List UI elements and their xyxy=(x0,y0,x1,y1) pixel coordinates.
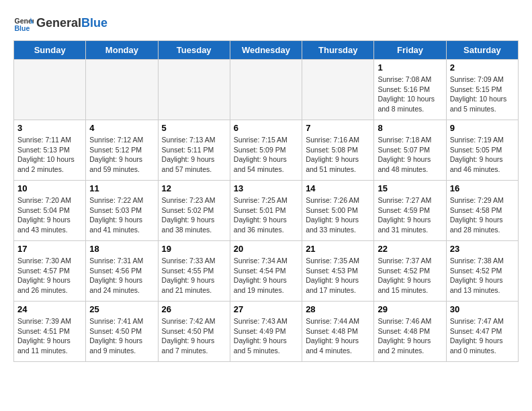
day-number: 4 xyxy=(89,123,154,133)
day-info: Sunrise: 7:13 AM Sunset: 5:11 PM Dayligh… xyxy=(162,135,226,175)
week-row-5: 24Sunrise: 7:39 AM Sunset: 4:51 PM Dayli… xyxy=(14,302,519,362)
day-info: Sunrise: 7:11 AM Sunset: 5:13 PM Dayligh… xyxy=(17,135,82,175)
calendar-cell xyxy=(86,60,158,120)
day-info: Sunrise: 7:08 AM Sunset: 5:16 PM Dayligh… xyxy=(378,75,442,114)
day-info: Sunrise: 7:27 AM Sunset: 4:59 PM Dayligh… xyxy=(378,195,442,235)
day-number: 15 xyxy=(378,183,442,193)
day-number: 13 xyxy=(234,183,298,193)
day-info: Sunrise: 7:43 AM Sunset: 4:49 PM Dayligh… xyxy=(234,316,298,356)
calendar-cell: 7Sunrise: 7:16 AM Sunset: 5:08 PM Daylig… xyxy=(302,120,374,181)
week-row-2: 3Sunrise: 7:11 AM Sunset: 5:13 PM Daylig… xyxy=(14,120,519,181)
day-info: Sunrise: 7:35 AM Sunset: 4:53 PM Dayligh… xyxy=(306,256,370,295)
day-number: 9 xyxy=(450,123,515,133)
day-number: 27 xyxy=(234,304,298,314)
day-info: Sunrise: 7:34 AM Sunset: 4:54 PM Dayligh… xyxy=(234,256,298,295)
calendar-cell: 9Sunrise: 7:19 AM Sunset: 5:05 PM Daylig… xyxy=(446,120,518,181)
logo-icon: General Blue xyxy=(13,13,34,34)
day-number: 10 xyxy=(17,183,82,193)
logo: General Blue GeneralBlue xyxy=(13,13,107,34)
day-info: Sunrise: 7:19 AM Sunset: 5:05 PM Dayligh… xyxy=(450,135,515,175)
day-info: Sunrise: 7:09 AM Sunset: 5:15 PM Dayligh… xyxy=(450,75,515,114)
calendar-cell: 20Sunrise: 7:34 AM Sunset: 4:54 PM Dayli… xyxy=(230,241,302,302)
calendar-cell: 22Sunrise: 7:37 AM Sunset: 4:52 PM Dayli… xyxy=(374,241,446,302)
calendar-cell: 28Sunrise: 7:44 AM Sunset: 4:48 PM Dayli… xyxy=(302,302,374,362)
day-info: Sunrise: 7:23 AM Sunset: 5:02 PM Dayligh… xyxy=(162,195,226,235)
calendar-cell: 11Sunrise: 7:22 AM Sunset: 5:03 PM Dayli… xyxy=(86,181,158,241)
calendar-cell: 8Sunrise: 7:18 AM Sunset: 5:07 PM Daylig… xyxy=(374,120,446,181)
calendar-cell xyxy=(14,60,86,120)
week-row-1: 1Sunrise: 7:08 AM Sunset: 5:16 PM Daylig… xyxy=(14,60,519,120)
svg-text:Blue: Blue xyxy=(15,24,30,32)
header: General Blue GeneralBlue xyxy=(13,13,519,34)
calendar-cell: 16Sunrise: 7:29 AM Sunset: 4:58 PM Dayli… xyxy=(446,181,518,241)
day-number: 14 xyxy=(306,183,370,193)
calendar-cell: 27Sunrise: 7:43 AM Sunset: 4:49 PM Dayli… xyxy=(230,302,302,362)
day-number: 23 xyxy=(450,244,515,254)
calendar-cell: 3Sunrise: 7:11 AM Sunset: 5:13 PM Daylig… xyxy=(14,120,86,181)
day-info: Sunrise: 7:12 AM Sunset: 5:12 PM Dayligh… xyxy=(89,135,154,175)
calendar-cell: 12Sunrise: 7:23 AM Sunset: 5:02 PM Dayli… xyxy=(158,181,230,241)
day-info: Sunrise: 7:30 AM Sunset: 4:57 PM Dayligh… xyxy=(17,256,82,295)
day-number: 25 xyxy=(89,304,154,314)
day-number: 12 xyxy=(162,183,226,193)
day-info: Sunrise: 7:39 AM Sunset: 4:51 PM Dayligh… xyxy=(17,316,82,356)
day-number: 7 xyxy=(306,123,370,133)
logo-blue-text: Blue xyxy=(81,16,107,30)
weekday-header-thursday: Thursday xyxy=(302,41,374,60)
calendar-cell: 24Sunrise: 7:39 AM Sunset: 4:51 PM Dayli… xyxy=(14,302,86,362)
calendar-cell: 14Sunrise: 7:26 AM Sunset: 5:00 PM Dayli… xyxy=(302,181,374,241)
weekday-header-sunday: Sunday xyxy=(14,41,86,60)
day-info: Sunrise: 7:22 AM Sunset: 5:03 PM Dayligh… xyxy=(89,195,154,235)
weekday-header-monday: Monday xyxy=(86,41,158,60)
day-info: Sunrise: 7:46 AM Sunset: 4:48 PM Dayligh… xyxy=(378,316,442,356)
day-number: 8 xyxy=(378,123,442,133)
calendar-cell: 21Sunrise: 7:35 AM Sunset: 4:53 PM Dayli… xyxy=(302,241,374,302)
calendar-cell: 23Sunrise: 7:38 AM Sunset: 4:52 PM Dayli… xyxy=(446,241,518,302)
calendar-cell xyxy=(158,60,230,120)
calendar-cell: 26Sunrise: 7:42 AM Sunset: 4:50 PM Dayli… xyxy=(158,302,230,362)
calendar-cell: 15Sunrise: 7:27 AM Sunset: 4:59 PM Dayli… xyxy=(374,181,446,241)
day-number: 20 xyxy=(234,244,298,254)
day-number: 19 xyxy=(162,244,226,254)
day-number: 3 xyxy=(17,123,82,133)
logo-general-text: General xyxy=(36,16,81,30)
calendar-cell: 30Sunrise: 7:47 AM Sunset: 4:47 PM Dayli… xyxy=(446,302,518,362)
day-number: 5 xyxy=(162,123,226,133)
day-number: 2 xyxy=(450,62,515,73)
day-number: 24 xyxy=(17,304,82,314)
calendar-cell: 4Sunrise: 7:12 AM Sunset: 5:12 PM Daylig… xyxy=(86,120,158,181)
calendar-cell: 17Sunrise: 7:30 AM Sunset: 4:57 PM Dayli… xyxy=(14,241,86,302)
day-number: 30 xyxy=(450,304,515,314)
calendar-cell: 10Sunrise: 7:20 AM Sunset: 5:04 PM Dayli… xyxy=(14,181,86,241)
calendar-cell: 6Sunrise: 7:15 AM Sunset: 5:09 PM Daylig… xyxy=(230,120,302,181)
week-row-4: 17Sunrise: 7:30 AM Sunset: 4:57 PM Dayli… xyxy=(14,241,519,302)
day-info: Sunrise: 7:26 AM Sunset: 5:00 PM Dayligh… xyxy=(306,195,370,235)
weekday-header-friday: Friday xyxy=(374,41,446,60)
calendar-cell xyxy=(302,60,374,120)
day-info: Sunrise: 7:18 AM Sunset: 5:07 PM Dayligh… xyxy=(378,135,442,175)
day-number: 28 xyxy=(306,304,370,314)
day-number: 29 xyxy=(378,304,442,314)
day-info: Sunrise: 7:20 AM Sunset: 5:04 PM Dayligh… xyxy=(17,195,82,235)
calendar-cell: 13Sunrise: 7:25 AM Sunset: 5:01 PM Dayli… xyxy=(230,181,302,241)
day-number: 16 xyxy=(450,183,515,193)
calendar: SundayMondayTuesdayWednesdayThursdayFrid… xyxy=(13,40,519,362)
calendar-cell: 29Sunrise: 7:46 AM Sunset: 4:48 PM Dayli… xyxy=(374,302,446,362)
day-info: Sunrise: 7:25 AM Sunset: 5:01 PM Dayligh… xyxy=(234,195,298,235)
day-info: Sunrise: 7:38 AM Sunset: 4:52 PM Dayligh… xyxy=(450,256,515,295)
day-info: Sunrise: 7:42 AM Sunset: 4:50 PM Dayligh… xyxy=(162,316,226,356)
day-info: Sunrise: 7:31 AM Sunset: 4:56 PM Dayligh… xyxy=(89,256,154,295)
day-info: Sunrise: 7:33 AM Sunset: 4:55 PM Dayligh… xyxy=(162,256,226,295)
weekday-header-tuesday: Tuesday xyxy=(158,41,230,60)
day-info: Sunrise: 7:47 AM Sunset: 4:47 PM Dayligh… xyxy=(450,316,515,356)
calendar-cell: 18Sunrise: 7:31 AM Sunset: 4:56 PM Dayli… xyxy=(86,241,158,302)
day-info: Sunrise: 7:29 AM Sunset: 4:58 PM Dayligh… xyxy=(450,195,515,235)
day-number: 18 xyxy=(89,244,154,254)
calendar-cell xyxy=(230,60,302,120)
day-number: 26 xyxy=(162,304,226,314)
day-number: 11 xyxy=(89,183,154,193)
calendar-cell: 2Sunrise: 7:09 AM Sunset: 5:15 PM Daylig… xyxy=(446,60,518,120)
day-number: 21 xyxy=(306,244,370,254)
day-info: Sunrise: 7:16 AM Sunset: 5:08 PM Dayligh… xyxy=(306,135,370,175)
day-info: Sunrise: 7:37 AM Sunset: 4:52 PM Dayligh… xyxy=(378,256,442,295)
